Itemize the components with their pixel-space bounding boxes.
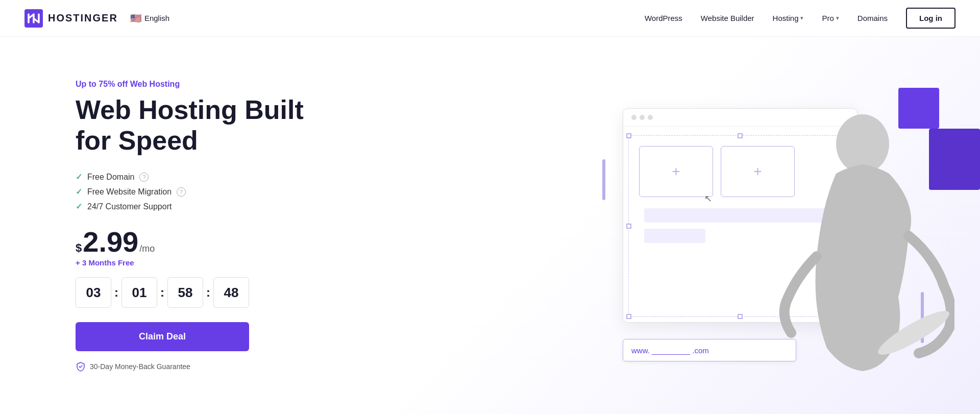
- nav-right: WordPress Website Builder Hosting ▾ Pro …: [645, 8, 955, 29]
- logo-text: HOSTINGER: [48, 12, 118, 24]
- check-icon: ✓: [76, 172, 82, 182]
- hero-section: Up to 75% off Web Hosting Web Hosting Bu…: [0, 37, 980, 414]
- feature-label-1: Free Domain: [87, 173, 134, 182]
- hostinger-logo-icon: [24, 9, 43, 28]
- countdown-hours: 03: [76, 277, 111, 308]
- text-bar-narrow: [644, 229, 705, 243]
- browser-dot-2: [640, 115, 645, 120]
- hero-illustration: + + ↖ www. _________ .com: [592, 78, 980, 374]
- person-silhouette: [761, 103, 954, 374]
- countdown-sep-3: :: [206, 285, 210, 300]
- nav-link-website-builder[interactable]: Website Builder: [701, 14, 754, 22]
- guarantee-badge: 30-Day Money-Back Guarantee: [76, 361, 341, 372]
- info-icon-migration[interactable]: ?: [177, 187, 186, 197]
- login-button[interactable]: Log in: [906, 8, 955, 29]
- subtitle-highlight: 75%: [99, 80, 115, 88]
- hosting-chevron-icon: ▾: [800, 15, 803, 21]
- card-box-1: +: [639, 146, 713, 197]
- pro-chevron-icon: ▾: [836, 15, 839, 21]
- feature-label-2: Free Website Migration: [87, 187, 172, 197]
- hero-title: Web Hosting Built for Speed: [76, 95, 341, 156]
- deco-bar-left: [602, 159, 605, 200]
- price-row: $ 2.99 /mo: [76, 228, 341, 256]
- nav-link-hosting[interactable]: Hosting ▾: [773, 14, 804, 22]
- check-icon: ✓: [76, 202, 82, 211]
- check-icon: ✓: [76, 187, 82, 197]
- feature-label-3: 24/7 Customer Support: [87, 202, 172, 211]
- subtitle-prefix: Up to: [76, 80, 99, 88]
- countdown-minutes: 01: [121, 277, 157, 308]
- nav-link-domains[interactable]: Domains: [857, 14, 888, 22]
- browser-dot-1: [631, 115, 636, 120]
- countdown-sep-2: :: [160, 285, 164, 300]
- features-list: ✓ Free Domain ? ✓ Free Website Migration…: [76, 172, 341, 211]
- hero-content: Up to 75% off Web Hosting Web Hosting Bu…: [76, 80, 341, 372]
- list-item: ✓ 24/7 Customer Support: [76, 202, 341, 211]
- nav-link-pro[interactable]: Pro ▾: [822, 14, 839, 22]
- flag-icon: 🇺🇸: [130, 13, 141, 24]
- guarantee-label: 30-Day Money-Back Guarantee: [90, 362, 190, 371]
- corner-lm: [626, 224, 631, 229]
- browser-dot-3: [648, 115, 653, 120]
- language-label: English: [144, 14, 169, 22]
- price-amount: 2.99: [83, 228, 138, 256]
- price-section: $ 2.99 /mo + 3 Months Free: [76, 228, 341, 267]
- price-dollar: $: [76, 241, 82, 255]
- nav-link-wordpress[interactable]: WordPress: [645, 14, 682, 22]
- countdown-sep-1: :: [114, 285, 118, 300]
- language-selector[interactable]: 🇺🇸 English: [130, 13, 169, 24]
- countdown-timer: 03 : 01 : 58 : 48: [76, 277, 341, 308]
- corner-tm: [738, 133, 743, 138]
- countdown-frames: 48: [213, 277, 249, 308]
- navigation: HOSTINGER 🇺🇸 English WordPress Website B…: [0, 0, 980, 37]
- price-bonus: + 3 Months Free: [76, 258, 341, 267]
- price-period: /mo: [139, 243, 155, 254]
- nav-left: HOSTINGER 🇺🇸 English: [24, 9, 169, 28]
- countdown-seconds: 58: [167, 277, 203, 308]
- hero-subtitle: Up to 75% off Web Hosting: [76, 80, 341, 89]
- corner-tl: [626, 133, 631, 138]
- shield-icon: [76, 361, 86, 372]
- subtitle-suffix: off Web Hosting: [115, 80, 180, 88]
- corner-bl: [626, 314, 631, 319]
- info-icon-domain[interactable]: ?: [139, 173, 149, 182]
- claim-deal-button[interactable]: Claim Deal: [76, 322, 249, 351]
- list-item: ✓ Free Website Migration ?: [76, 187, 341, 197]
- cursor-icon: ↖: [704, 193, 712, 204]
- logo[interactable]: HOSTINGER: [24, 9, 118, 28]
- corner-bm: [738, 314, 743, 319]
- list-item: ✓ Free Domain ?: [76, 172, 341, 182]
